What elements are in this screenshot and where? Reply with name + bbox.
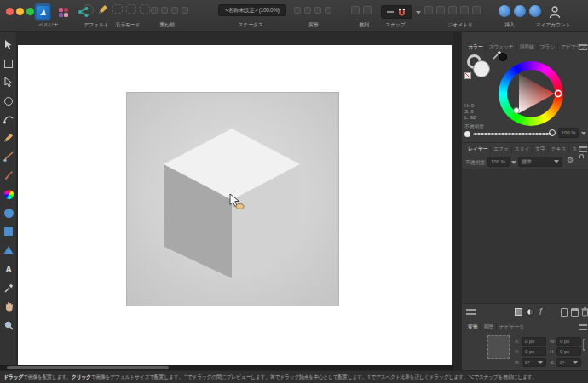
layer-settings-gear-icon[interactable]: ⚙ — [567, 156, 574, 164]
pen-tool[interactable] — [2, 112, 15, 126]
geometry-subtract-icon[interactable] — [436, 6, 445, 14]
toolbar-label-persona: ペルソナ — [38, 21, 58, 29]
sl-selector-dot[interactable] — [514, 108, 520, 114]
transform-anchor-selector[interactable] — [487, 335, 510, 359]
noise-toggle-dot[interactable] — [464, 131, 470, 137]
tab-color[interactable]: カラー — [465, 43, 485, 51]
rotate-cw-icon[interactable] — [325, 7, 331, 14]
layers-opacity-dropdown[interactable] — [511, 161, 516, 164]
ellipse-tool[interactable] — [2, 206, 15, 220]
edit-defaults-icon[interactable] — [97, 4, 108, 15]
new-layer-icon[interactable] — [561, 308, 568, 317]
close-window-button[interactable] — [6, 8, 14, 15]
insert-on-top-icon[interactable] — [514, 5, 526, 17]
rotation-field[interactable]: 0° — [522, 358, 546, 367]
tab-layers[interactable]: レイヤー — [465, 146, 490, 153]
geometry-add-icon[interactable] — [424, 6, 433, 14]
zoom-window-button[interactable] — [26, 8, 34, 15]
lightness-value: L: 92 — [464, 115, 476, 121]
tab-navigator[interactable]: ナビゲータ — [496, 323, 527, 331]
mask-layer-icon[interactable] — [515, 308, 522, 316]
tab-transform[interactable]: 変形 — [465, 323, 480, 331]
opacity-slider-thumb[interactable] — [549, 129, 556, 136]
blend-mode-dropdown[interactable]: 標準 — [518, 157, 562, 167]
saturation-lightness-triangle[interactable] — [499, 61, 563, 126]
h-field[interactable]: 0 px — [556, 347, 581, 356]
layers-panel-menu-icon[interactable] — [579, 146, 587, 152]
picked-color-swatch[interactable] — [499, 53, 507, 61]
live-filter-fx-icon[interactable]: ƒ — [539, 306, 543, 315]
vertical-scrollbar[interactable] — [453, 32, 461, 370]
zoom-tool[interactable] — [2, 318, 15, 332]
pencil-tool[interactable] — [2, 131, 15, 145]
layers-stack-icon[interactable] — [466, 309, 476, 315]
horizontal-scrollbar-thumb[interactable] — [7, 366, 169, 369]
opacity-slider-track[interactable] — [473, 133, 551, 135]
rectangle-tool[interactable] — [2, 225, 15, 238]
flip-horizontal-icon[interactable] — [294, 7, 301, 14]
insert-inside-icon[interactable] — [529, 5, 541, 17]
tab-styles[interactable]: スタイ — [511, 146, 533, 153]
tab-effects[interactable]: エフェ — [490, 146, 511, 153]
tools-panel: A — [0, 32, 17, 365]
group-layers-icon[interactable] — [571, 308, 579, 317]
tab-character[interactable]: 文字 — [532, 146, 547, 153]
move-forward-icon[interactable] — [161, 7, 168, 14]
minimize-window-button[interactable] — [16, 8, 24, 15]
artboard-tool[interactable] — [2, 57, 15, 71]
opacity-value-field[interactable]: 100 % — [558, 128, 579, 138]
view-hand-tool[interactable] — [2, 300, 15, 313]
snap-options-dropdown[interactable] — [416, 11, 421, 14]
view-mode-retina-icon[interactable] — [140, 4, 150, 14]
tab-brushes[interactable]: ブラシ — [537, 43, 558, 51]
shape-tool[interactable] — [2, 243, 15, 257]
insert-behind-icon[interactable] — [499, 5, 510, 17]
tab-history[interactable]: 履歴 — [480, 323, 495, 331]
fill-color-well[interactable] — [473, 60, 490, 77]
color-wheel[interactable] — [499, 61, 563, 126]
fill-gradient-tool[interactable] — [2, 187, 15, 201]
x-field[interactable]: 0 px — [522, 337, 546, 346]
geometry-xor-icon[interactable] — [460, 6, 469, 14]
snapping-toggle[interactable] — [381, 5, 412, 19]
tab-stroke[interactable]: 境界線 — [516, 43, 537, 51]
canvas-area[interactable] — [17, 32, 453, 365]
geometry-divide-icon[interactable] — [472, 6, 481, 14]
view-mode-vector-icon[interactable] — [112, 4, 123, 14]
layers-list-empty[interactable] — [462, 169, 588, 303]
hand-tool-icon — [4, 301, 14, 312]
w-field[interactable]: 0 px — [556, 337, 581, 346]
node-tool[interactable] — [2, 76, 15, 89]
align-horizontal-icon[interactable] — [351, 6, 360, 14]
move-to-front-icon[interactable] — [151, 7, 158, 14]
shear-field[interactable]: 0° — [556, 358, 581, 367]
my-account-person-icon[interactable] — [549, 5, 561, 19]
hue-marker[interactable] — [555, 90, 561, 96]
paint-brush-tool[interactable] — [2, 169, 15, 182]
flip-vertical-icon[interactable] — [304, 7, 311, 14]
link-dimensions-icon[interactable] — [583, 339, 585, 351]
delete-layer-trash-icon[interactable] — [581, 307, 588, 317]
pixel-persona-button[interactable] — [55, 3, 72, 21]
transform-panel-menu-icon[interactable] — [579, 324, 587, 330]
point-transform-tool[interactable] — [2, 94, 15, 108]
geometry-intersect-icon[interactable] — [448, 6, 457, 14]
color-panel-menu-icon[interactable] — [579, 44, 587, 50]
text-tool[interactable]: A — [2, 262, 15, 276]
move-to-back-icon[interactable] — [182, 7, 188, 14]
vector-brush-tool[interactable] — [2, 150, 15, 163]
move-tool[interactable] — [2, 38, 15, 52]
designer-persona-button[interactable] — [34, 3, 51, 21]
layers-opacity-field[interactable]: 100 % — [487, 157, 510, 167]
synchronise-defaults-icon[interactable] — [83, 4, 94, 15]
tab-text-styles[interactable]: テキス — [548, 146, 569, 153]
move-backward-icon[interactable] — [171, 7, 178, 14]
rotate-ccw-icon[interactable] — [314, 7, 321, 14]
y-field[interactable]: 0 px — [522, 347, 546, 356]
no-color-swatch[interactable] — [464, 72, 471, 79]
color-picker-tool[interactable] — [2, 281, 15, 294]
align-vertical-icon[interactable] — [363, 6, 372, 14]
opacity-units-dropdown[interactable] — [581, 132, 586, 135]
adjustment-layer-icon[interactable] — [527, 308, 534, 316]
view-mode-pixel-icon[interactable] — [126, 4, 136, 14]
